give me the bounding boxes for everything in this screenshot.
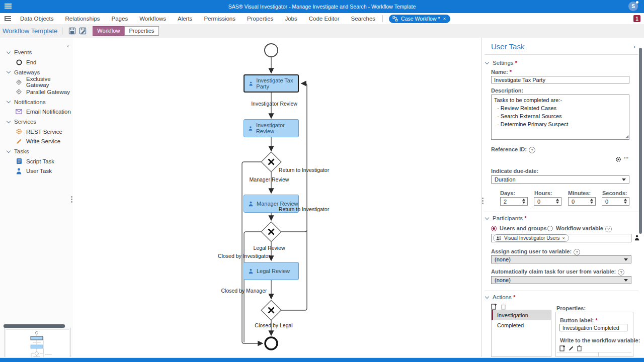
palette-splitter-handle[interactable] bbox=[71, 196, 72, 203]
add-action-icon[interactable] bbox=[491, 303, 497, 310]
panel-splitter-handle[interactable] bbox=[482, 198, 484, 205]
node-label: Investigator Review bbox=[256, 122, 298, 134]
section-actions[interactable]: Actions * bbox=[486, 294, 515, 300]
expand-panel-icon[interactable]: › bbox=[633, 43, 635, 50]
chip-remove-icon[interactable]: × bbox=[562, 236, 565, 241]
nav-item-pages[interactable]: Pages bbox=[112, 16, 128, 22]
minutes-stepper[interactable]: 0 bbox=[568, 197, 596, 206]
name-input[interactable] bbox=[491, 76, 629, 83]
description-textarea[interactable] bbox=[491, 95, 629, 140]
chevron-down-icon bbox=[7, 119, 11, 123]
nav-item-permissions[interactable]: Permissions bbox=[204, 16, 235, 22]
gateway-legal-review[interactable] bbox=[261, 222, 281, 242]
email-icon bbox=[16, 109, 22, 115]
action-list-item[interactable]: Investigation Completed bbox=[492, 310, 551, 320]
palette-item-parallel-gateway[interactable]: Parallel Gateway bbox=[0, 87, 73, 97]
participants-input[interactable]: Visual Investigator Users × bbox=[491, 234, 631, 242]
nav-list-icon[interactable] bbox=[5, 16, 11, 21]
auto-claim-select[interactable]: (none) bbox=[491, 276, 631, 284]
actions-list[interactable]: Investigation Completed bbox=[491, 310, 551, 357]
chevron-down-icon bbox=[485, 215, 489, 219]
palette-item-label: Parallel Gateway bbox=[26, 89, 70, 95]
required-marker: * bbox=[513, 294, 515, 300]
delete-variable-icon[interactable] bbox=[577, 345, 582, 351]
workflow-canvas[interactable]: Investigate Tax Party Investigator Revie… bbox=[73, 38, 481, 357]
nav-item-searches[interactable]: Searches bbox=[351, 16, 375, 22]
nav-item-relationships[interactable]: Relationships bbox=[65, 16, 100, 22]
help-icon[interactable]: ? bbox=[529, 147, 535, 153]
nav-item-properties[interactable]: Properties bbox=[247, 16, 273, 22]
gateway-closure[interactable] bbox=[261, 300, 281, 320]
palette-item-script-task[interactable]: Script Task bbox=[0, 156, 73, 166]
settings-gear-icon[interactable] bbox=[615, 156, 621, 162]
node-investigator-review[interactable]: Investigator Review bbox=[244, 119, 299, 137]
nav-item-workflows[interactable]: Workflows bbox=[139, 16, 166, 22]
toggle-workflow-view[interactable]: Workflow bbox=[93, 26, 124, 36]
palette-item-email-notification[interactable]: Email Notification bbox=[0, 107, 73, 117]
collapse-palette-icon[interactable]: ‹ bbox=[67, 43, 69, 49]
help-icon[interactable]: ? bbox=[605, 226, 612, 232]
toggle-properties-view[interactable]: Properties bbox=[124, 26, 158, 36]
palette-item-user-task[interactable]: User Task bbox=[0, 166, 73, 176]
edit-variable-icon[interactable] bbox=[568, 345, 574, 351]
add-user-icon[interactable] bbox=[634, 235, 639, 241]
section-settings[interactable]: Settings * bbox=[486, 60, 517, 66]
nav-item-alerts[interactable]: Alerts bbox=[178, 16, 192, 22]
radio-workflow-variable[interactable] bbox=[547, 226, 553, 231]
user-avatar[interactable]: S bbox=[628, 2, 638, 11]
section-participants[interactable]: Participants * bbox=[486, 215, 527, 221]
panel-scrollbar[interactable] bbox=[639, 48, 642, 234]
palette-item-write-service[interactable]: Write Service bbox=[0, 137, 73, 147]
tab-close-icon[interactable]: × bbox=[443, 16, 446, 22]
section-label: Participants bbox=[493, 215, 523, 221]
add-variable-icon[interactable] bbox=[559, 345, 566, 351]
avatar-initial: S bbox=[631, 4, 635, 9]
seconds-value: 0 bbox=[605, 199, 608, 205]
edge-label-investigator-review: Investigator Review bbox=[251, 101, 297, 107]
resize-grip-icon[interactable]: ◢ bbox=[625, 134, 628, 139]
reference-id-label: Reference ID:? bbox=[491, 146, 535, 153]
assign-user-select[interactable]: (none) bbox=[491, 255, 631, 263]
minimap-scrollbar[interactable] bbox=[4, 324, 65, 328]
days-stepper[interactable]: 2 bbox=[500, 197, 528, 206]
help-icon[interactable]: ? bbox=[574, 249, 580, 255]
button-label-input[interactable] bbox=[559, 324, 627, 331]
user-task-icon bbox=[16, 168, 22, 174]
palette-item-exclusive-gateway[interactable]: Exclusive Gateway bbox=[0, 77, 73, 87]
group-label: Gateways bbox=[14, 69, 40, 75]
nav-item-data-objects[interactable]: Data Objects bbox=[20, 16, 53, 22]
radio-users-and-groups[interactable] bbox=[491, 226, 497, 231]
tab-case-workflow[interactable]: Case Workflow * × bbox=[389, 15, 450, 23]
start-event-node[interactable] bbox=[265, 44, 278, 57]
node-legal-review[interactable]: Legal Review bbox=[244, 262, 299, 280]
participant-chip[interactable]: Visual Investigator Users × bbox=[493, 234, 569, 242]
palette-item-label: Email Notification bbox=[26, 109, 71, 115]
palette-group-events[interactable]: Events bbox=[0, 47, 73, 57]
palette-item-rest-service[interactable]: REST Service bbox=[0, 127, 73, 137]
alert-count-badge[interactable]: 1 bbox=[633, 15, 640, 22]
end-event-icon bbox=[16, 59, 22, 65]
node-investigate-tax-party[interactable]: Investigate Tax Party bbox=[244, 74, 299, 93]
delete-action-icon[interactable] bbox=[501, 303, 506, 310]
edge-label-return-to-investigator-2: Return to Investigator bbox=[279, 206, 329, 212]
palette-item-end[interactable]: End bbox=[0, 57, 73, 67]
end-event-node[interactable] bbox=[265, 337, 277, 349]
palette-group-notifications[interactable]: Notifications bbox=[0, 97, 73, 107]
save-as-icon[interactable] bbox=[79, 27, 87, 35]
more-options-icon[interactable]: ... bbox=[624, 153, 628, 159]
hours-stepper[interactable]: 0 bbox=[534, 197, 561, 206]
hours-label: Hours: bbox=[534, 190, 552, 196]
script-task-icon bbox=[16, 158, 22, 164]
group-label: Events bbox=[14, 49, 32, 55]
help-icon[interactable]: ? bbox=[618, 269, 624, 276]
palette-group-services[interactable]: Services bbox=[0, 117, 73, 127]
nav-item-jobs[interactable]: Jobs bbox=[285, 16, 297, 22]
auto-claim-label: Automatically claim task for user from v… bbox=[491, 268, 624, 276]
seconds-stepper[interactable]: 0 bbox=[602, 197, 629, 206]
save-icon[interactable] bbox=[68, 27, 76, 35]
nav-item-code-editor[interactable]: Code Editor bbox=[309, 16, 340, 22]
user-task-icon bbox=[249, 201, 253, 207]
due-date-select[interactable]: Duration bbox=[491, 175, 629, 184]
days-label: Days: bbox=[500, 190, 515, 196]
palette-group-tasks[interactable]: Tasks bbox=[0, 146, 73, 156]
